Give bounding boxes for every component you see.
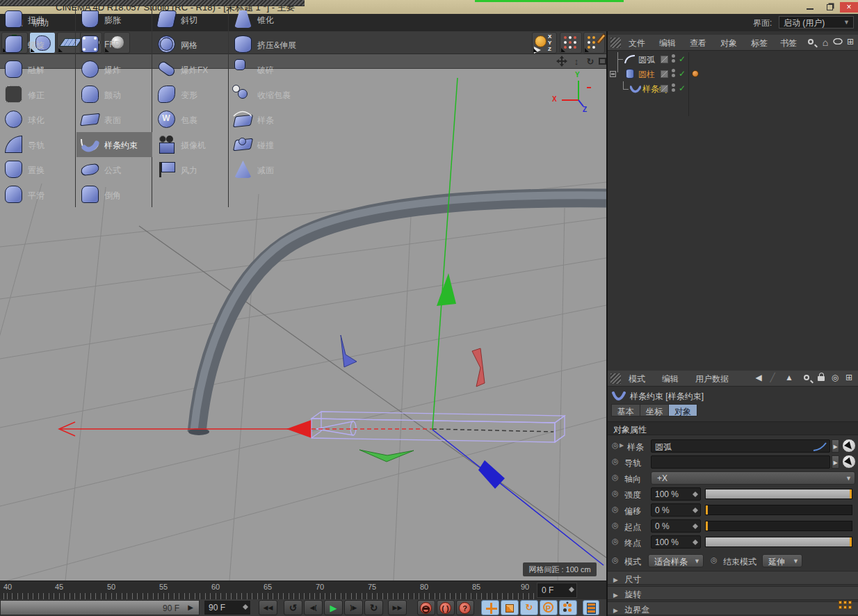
new-panel-icon[interactable]: ⊞ [843, 373, 855, 382]
workplane-pen-button[interactable] [583, 32, 605, 54]
strength-value-field[interactable]: 100 % [651, 487, 701, 501]
drag-handle-icon[interactable] [610, 373, 621, 384]
section-rotation[interactable]: ▶ 旋转 [608, 586, 858, 600]
expand-arrow-icon[interactable]: ▶ [620, 442, 624, 448]
pan-view-icon[interactable] [556, 56, 568, 67]
end-mode-dropdown[interactable]: 延伸 ▼ [762, 554, 802, 567]
object-toggles[interactable]: ✓ [661, 54, 688, 65]
object-row-arc[interactable]: 圆弧 ✓ [608, 52, 858, 67]
menu-item-spline[interactable]: 样条 [229, 107, 305, 132]
range-end-field[interactable]: 90 F [204, 600, 251, 615]
stepper-icon[interactable] [693, 538, 698, 546]
target-icon[interactable]: ◎ [829, 373, 841, 382]
stepper-icon[interactable] [569, 585, 574, 594]
start-value-field[interactable]: 0 % [651, 519, 701, 533]
object-row-cylinder[interactable]: 圆柱 ✓ [608, 67, 858, 81]
menu-item-explosion[interactable]: 爆炸 [76, 57, 152, 82]
play-reverse-button[interactable]: ↺ [284, 600, 302, 615]
pick-object-button[interactable] [842, 455, 856, 469]
om-menu-bookmark[interactable]: 书签 [780, 38, 797, 49]
om-menu-view[interactable]: 查看 [690, 38, 706, 49]
stepper-icon[interactable] [693, 490, 698, 499]
menu-item-wind[interactable]: 风力 [153, 157, 229, 182]
zoom-view-icon[interactable]: ↕ [570, 56, 583, 67]
menu-item-twist[interactable]: 扭曲 [0, 7, 76, 32]
goto-end-button[interactable]: ▶▶ [388, 600, 407, 615]
history-forward-icon[interactable]: ╱ [766, 373, 779, 382]
minimize-button[interactable] [801, 2, 819, 13]
stepper-icon[interactable] [693, 506, 698, 514]
enabled-check-icon[interactable]: ✓ [679, 69, 686, 79]
keyframe-circle-icon[interactable]: ◎ [612, 556, 619, 565]
history-back-icon[interactable]: ◀ [752, 373, 765, 382]
menu-item-jiggle[interactable]: 颤动 [76, 82, 152, 107]
end-slider[interactable] [705, 537, 852, 547]
layer-swatch[interactable] [661, 70, 668, 78]
keyframe-circle-icon[interactable]: ◎ [612, 441, 619, 450]
phong-tag-icon[interactable] [692, 70, 699, 77]
menu-item-morph[interactable]: 变形 [153, 82, 229, 107]
autokey-button[interactable]: ( ) [437, 600, 455, 615]
spline-link-field[interactable]: 圆弧 [651, 439, 830, 453]
object-row-spline-wrap[interactable]: 样条约 ✓ [608, 81, 858, 96]
start-slider[interactable] [705, 521, 852, 531]
rotate-view-icon[interactable]: ↻ [584, 56, 597, 67]
record-scale-button[interactable] [501, 600, 519, 615]
menu-item-surface[interactable]: 表面 [76, 107, 152, 132]
close-button[interactable]: × [840, 2, 858, 13]
om-menu-edit[interactable]: 编辑 [659, 38, 676, 49]
view-filter-icon[interactable] [832, 37, 844, 47]
enabled-check-icon[interactable]: ✓ [679, 83, 686, 93]
menu-item-camera[interactable]: 摄像机 [153, 132, 229, 157]
record-pla-button[interactable] [559, 600, 577, 615]
menu-item-ffd[interactable]: FFD [76, 32, 152, 57]
section-size[interactable]: ▶ 尺寸 [608, 571, 858, 585]
stepper-icon[interactable] [693, 522, 698, 530]
play-button[interactable]: ▶ [324, 600, 343, 615]
enabled-check-icon[interactable]: ✓ [679, 54, 686, 64]
menu-item-mesh[interactable]: 网格 [153, 32, 229, 57]
corner-grid-icon[interactable] [839, 601, 855, 615]
menu-item-smoothing[interactable]: 平滑 [0, 182, 76, 207]
stepper-icon[interactable] [243, 603, 248, 611]
workplane-mode-button[interactable]: X Y Z [532, 32, 557, 54]
timeline-ruler[interactable]: 40 45 50 55 60 65 70 75 80 85 90 0 F [0, 581, 606, 599]
menu-item-polygon-reduction[interactable]: 减面 [229, 157, 305, 182]
mode-dropdown[interactable]: 适合样条 ▼ [648, 554, 704, 567]
record-parameter-button[interactable]: P [540, 600, 558, 615]
axis-dropdown[interactable]: +X ▼ [651, 471, 855, 485]
menu-item-spline-rail[interactable]: 导轨 [0, 132, 76, 157]
menu-item-bulge[interactable]: 膨胀 [76, 7, 152, 32]
search-icon[interactable] [808, 39, 814, 44]
lock-icon[interactable] [818, 376, 825, 381]
keyframe-selection-button[interactable]: ? [456, 600, 474, 615]
menu-item-melt[interactable]: 融解 [0, 57, 76, 82]
om-menu-file[interactable]: 文件 [629, 38, 645, 49]
loop-button[interactable]: ↻ [364, 600, 383, 615]
menu-item-wrap[interactable]: W包裹 [153, 107, 229, 132]
menu-item-spherify[interactable]: 球化 [0, 107, 76, 132]
strength-slider[interactable] [705, 489, 852, 499]
am-menu-edit[interactable]: 编辑 [662, 373, 679, 385]
menu-item-spline-wrap[interactable]: 样条约束 [76, 132, 152, 157]
menu-item-formula[interactable]: 公式 [76, 157, 152, 182]
section-bounding-box[interactable]: ▶ 边界盒 [608, 601, 858, 615]
am-menu-userdata[interactable]: 用户数据 [695, 373, 729, 385]
menu-item-shatter[interactable]: 破碎 [229, 57, 305, 82]
object-toggles[interactable]: ✓ [661, 83, 688, 94]
collapse-expander[interactable] [610, 71, 616, 77]
add-layer-icon[interactable]: ⊞ [844, 37, 857, 47]
object-toggles[interactable]: ✓ [661, 69, 688, 79]
layer-swatch[interactable] [661, 56, 668, 63]
interface-select[interactable]: 启动 (用户) ▼ [779, 16, 854, 29]
om-menu-tags[interactable]: 标签 [751, 38, 768, 49]
goto-start-button[interactable]: ◀◀ [259, 600, 277, 615]
record-keyframe-button[interactable] [417, 600, 435, 615]
record-position-button[interactable] [481, 600, 499, 615]
keyframe-circle-icon[interactable]: ◎ [612, 473, 619, 482]
keyframe-circle-icon[interactable]: ◎ [711, 556, 718, 565]
menu-item-collision[interactable]: 碰撞 [229, 132, 305, 157]
offset-value-field[interactable]: 0 % [651, 503, 701, 517]
search-icon[interactable] [804, 375, 809, 380]
preview-range-slider[interactable]: 90 F ▶ [0, 600, 200, 615]
